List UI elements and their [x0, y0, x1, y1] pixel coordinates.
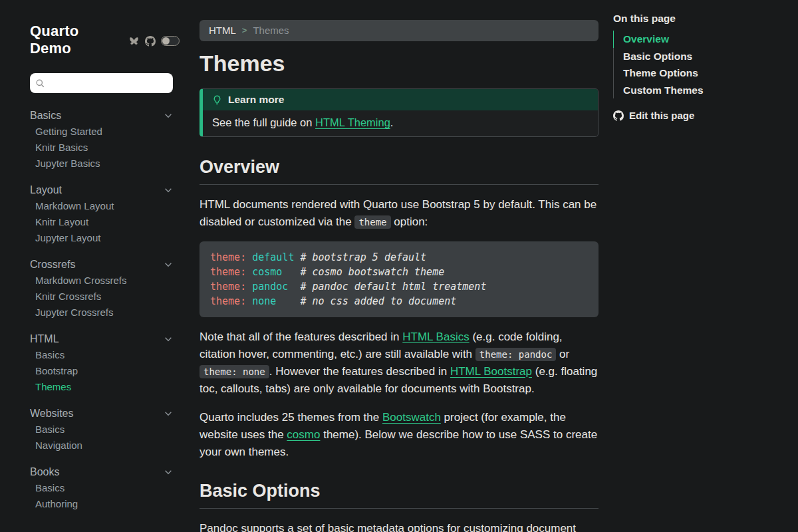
code-comment-token: # pandoc default html treatment: [300, 281, 486, 293]
code-value-token: default: [252, 251, 294, 263]
paragraph-bootswatch: Quarto includes 25 themes from the Boots…: [200, 409, 598, 461]
section-heading-basic-options: Basic Options: [200, 481, 598, 501]
sidebar-section-books: BooksBasicsAuthoring: [30, 464, 180, 512]
github-icon[interactable]: [145, 36, 156, 47]
dark-mode-toggle[interactable]: [161, 36, 180, 46]
code-key-token: theme:: [210, 295, 246, 307]
sidebar-item-knitr-layout[interactable]: Knitr Layout: [30, 214, 180, 230]
sidebar-section-basics: BasicsGetting StartedKnitr BasicsJupyter…: [30, 108, 180, 172]
section-heading-overview: Overview: [200, 157, 598, 178]
sidebar-section-label: Layout: [30, 184, 62, 196]
code-text: [246, 251, 252, 263]
sidebar-section-toggle-websites[interactable]: Websites: [30, 406, 173, 422]
text-run: .: [390, 116, 394, 128]
sidebar-item-getting-started[interactable]: Getting Started: [30, 124, 180, 140]
sidebar-item-markdown-layout[interactable]: Markdown Layout: [30, 198, 180, 214]
code-text: [282, 266, 300, 278]
chevron-down-icon[interactable]: [164, 260, 173, 269]
sidebar-section-toggle-books[interactable]: Books: [30, 464, 173, 480]
inline-link[interactable]: cosmo: [287, 428, 320, 441]
code-value-token: none: [252, 295, 276, 307]
sidebar-header: Quarto Demo: [30, 23, 180, 57]
sidebar-section-label: Crossrefs: [30, 259, 75, 271]
yaml-code-block: theme: default # bootstrap 5 defaultthem…: [200, 241, 598, 317]
sidebar-section-toggle-html[interactable]: HTML: [30, 331, 173, 347]
search-box[interactable]: [30, 73, 173, 93]
sidebar-item-authoring[interactable]: Authoring: [30, 496, 180, 512]
chevron-down-icon[interactable]: [164, 334, 173, 344]
sidebar-nav: BasicsGetting StartedKnitr BasicsJupyter…: [30, 108, 180, 512]
toggle-knob: [162, 37, 170, 45]
sidebar-item-themes[interactable]: Themes: [30, 379, 180, 395]
inline-link[interactable]: HTML Theming: [315, 116, 390, 128]
sidebar-section-toggle-layout[interactable]: Layout: [30, 182, 173, 198]
sidebar-item-basics[interactable]: Basics: [30, 422, 180, 438]
main-content: HTML > Themes Themes Learn more See the …: [200, 0, 598, 532]
code-text: [246, 295, 252, 307]
callout-title: Learn more: [228, 94, 284, 106]
code-value-token: cosmo: [252, 266, 282, 278]
sidebar-item-knitr-crossrefs[interactable]: Knitr Crossrefs: [30, 289, 180, 305]
paragraph-features-note: Note that all of the features described …: [200, 329, 598, 398]
header-icons: [128, 36, 180, 47]
sidebar-section-html: HTMLBasicsBootstrapThemes: [30, 331, 180, 395]
sidebar-item-markdown-crossrefs[interactable]: Markdown Crossrefs: [30, 273, 180, 289]
chevron-down-icon[interactable]: [164, 409, 173, 418]
code-text: [288, 281, 300, 293]
sidebar-section-toggle-basics[interactable]: Basics: [30, 108, 173, 124]
code-line: theme: none # no css added to document: [210, 294, 588, 309]
breadcrumb-item-html[interactable]: HTML: [209, 20, 236, 41]
lightbulb-icon: [212, 95, 222, 105]
code-comment-token: # bootstrap 5 default: [300, 251, 426, 263]
sidebar-item-basics[interactable]: Basics: [30, 480, 180, 496]
heading-rule: [200, 508, 598, 509]
chevron-down-icon[interactable]: [164, 111, 173, 120]
page-title: Themes: [200, 51, 598, 76]
text-run: Note that all of the features described …: [200, 331, 402, 343]
right-sidebar: On this page OverviewBasic OptionsTheme …: [613, 0, 787, 121]
toc-item-custom-themes[interactable]: Custom Themes: [614, 82, 787, 99]
toc-item-basic-options[interactable]: Basic Options: [614, 48, 787, 65]
inline-code: theme: none: [200, 365, 269, 378]
text-run: . However the features described in: [269, 365, 450, 378]
sidebar-item-jupyter-layout[interactable]: Jupyter Layout: [30, 230, 180, 246]
sidebar-item-jupyter-basics[interactable]: Jupyter Basics: [30, 156, 180, 172]
sidebar-section-label: Websites: [30, 408, 74, 420]
learn-more-callout: Learn more See the full guide on HTML Th…: [200, 88, 598, 137]
text-run: Quarto includes 25 themes from the: [200, 411, 382, 424]
code-line: theme: cosmo # cosmo bootswatch theme: [210, 265, 588, 279]
inline-link[interactable]: HTML Basics: [402, 331, 469, 343]
sidebar-section-toggle-crossrefs[interactable]: Crossrefs: [30, 257, 173, 273]
breadcrumb-item-themes: Themes: [253, 20, 289, 41]
toc-item-theme-options[interactable]: Theme Options: [614, 65, 787, 82]
sidebar-section-label: HTML: [30, 333, 59, 345]
sidebar-item-jupyter-crossrefs[interactable]: Jupyter Crossrefs: [30, 305, 180, 321]
chevron-down-icon[interactable]: [164, 186, 173, 195]
sidebar-item-navigation[interactable]: Navigation: [30, 438, 180, 454]
toc-title: On this page: [613, 13, 787, 25]
sidebar-section-layout: LayoutMarkdown LayoutKnitr LayoutJupyter…: [30, 182, 180, 246]
breadcrumb: HTML > Themes: [200, 20, 598, 41]
site-title[interactable]: Quarto Demo: [30, 23, 122, 57]
sidebar-item-bootstrap[interactable]: Bootstrap: [30, 363, 180, 379]
search-icon: [35, 78, 45, 88]
paragraph-theme-option: HTML documents rendered with Quarto use …: [200, 196, 598, 231]
inline-link[interactable]: Bootswatch: [382, 411, 441, 424]
github-icon: [613, 110, 624, 121]
toc-item-overview[interactable]: Overview: [613, 31, 787, 48]
code-comment-token: # no css added to document: [300, 295, 456, 307]
sidebar-item-basics[interactable]: Basics: [30, 347, 180, 363]
toc-list: OverviewBasic OptionsTheme OptionsCustom…: [613, 31, 787, 98]
callout-header[interactable]: Learn more: [203, 89, 598, 110]
search-input[interactable]: [49, 77, 168, 89]
callout-body: See the full guide on HTML Theming.: [203, 110, 598, 136]
paragraph-pandoc-options: Pandoc supports a set of basic metadata …: [200, 520, 598, 532]
sidebar-item-knitr-basics[interactable]: Knitr Basics: [30, 140, 180, 156]
left-sidebar: Quarto Demo BasicsGetting StartedKnitr B…: [0, 0, 193, 532]
bluesky-butterfly-icon[interactable]: [128, 36, 140, 47]
inline-link[interactable]: HTML Bootstrap: [450, 365, 532, 378]
edit-page-label: Edit this page: [629, 110, 694, 121]
text-run: option:: [391, 215, 428, 228]
chevron-down-icon[interactable]: [164, 467, 173, 477]
edit-this-page[interactable]: Edit this page: [613, 110, 787, 121]
